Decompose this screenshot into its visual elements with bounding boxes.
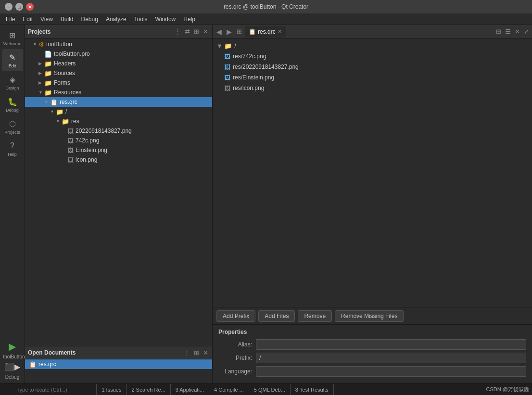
tab-back-button[interactable]: ◀ bbox=[215, 28, 224, 36]
file-icon: 📄 bbox=[44, 51, 52, 58]
res-root-label: / bbox=[234, 42, 236, 49]
tree-item-toolbutton[interactable]: ▼ ⚙ toolButton bbox=[25, 39, 212, 49]
menu-edit[interactable]: Edit bbox=[19, 15, 37, 24]
tree-item-sources[interactable]: ▶ 📁 Sources bbox=[25, 68, 212, 78]
png3-icon: 🖼 bbox=[67, 147, 74, 154]
res-742c-icon: 🖼 bbox=[224, 53, 230, 60]
tree-item-toolbuttonpro[interactable]: 📄 toolButton.pro bbox=[25, 49, 212, 59]
locate-input[interactable] bbox=[16, 387, 93, 393]
status-lock-icon[interactable]: ≡ bbox=[3, 387, 13, 393]
projects-filter-icon[interactable]: ⋮ bbox=[174, 28, 182, 35]
arrow-slash: ▼ bbox=[50, 109, 56, 114]
language-input[interactable] bbox=[256, 366, 526, 377]
remove-missing-files-button[interactable]: Remove Missing Files bbox=[335, 310, 404, 322]
open-doc-resqrc[interactable]: 📋 res.qrc bbox=[25, 359, 212, 369]
remove-button[interactable]: Remove bbox=[298, 310, 332, 322]
menu-window[interactable]: Window bbox=[152, 15, 180, 24]
tree-item-forms[interactable]: ▶ 📁 Forms bbox=[25, 78, 212, 88]
help-label: Help bbox=[8, 152, 17, 157]
tab-close-button[interactable]: ✕ bbox=[278, 28, 282, 35]
sidebar-item-edit[interactable]: ✎ Edit bbox=[2, 49, 23, 71]
tab-resqrc-icon: 📋 bbox=[249, 28, 256, 35]
projects-split-icon[interactable]: ⊞ bbox=[193, 28, 200, 35]
tab-history-icon[interactable]: ⊞ bbox=[235, 28, 244, 35]
tab-close-all-icon[interactable]: ✕ bbox=[514, 28, 521, 35]
status-search[interactable]: 2 Search Re... bbox=[127, 384, 170, 395]
help-icon: ? bbox=[7, 140, 18, 151]
menu-build[interactable]: Build bbox=[57, 15, 77, 24]
sidebar-item-design[interactable]: ◈ Design bbox=[2, 71, 23, 93]
menu-debug[interactable]: Debug bbox=[77, 15, 102, 24]
maximize-button[interactable]: □ bbox=[15, 3, 23, 11]
projects-close-icon[interactable]: ✕ bbox=[202, 28, 209, 35]
menu-bar: File Edit View Build Debug Analyze Tools… bbox=[0, 13, 532, 25]
res-item-742c[interactable]: 🖼 res/742c.png bbox=[213, 51, 532, 62]
tab-resqrc-label: res.qrc bbox=[258, 28, 276, 35]
tab-settings-icon[interactable]: ☰ bbox=[504, 28, 512, 35]
close-button[interactable]: ✕ bbox=[26, 3, 34, 11]
menu-analyze[interactable]: Analyze bbox=[102, 15, 130, 24]
res-item-einstein[interactable]: 🖼 res/Einstein.png bbox=[213, 72, 532, 83]
language-row: Language: bbox=[218, 366, 526, 377]
editor-content: ▼ 📁 / 🖼 res/742c.png 🖼 res/2022091814382… bbox=[213, 38, 532, 383]
minimize-button[interactable]: – bbox=[5, 3, 13, 11]
add-files-button[interactable]: Add Files bbox=[258, 310, 295, 322]
editor-tab-bar: ◀ ▶ ⊞ 📋 res.qrc ✕ ⊟ ☰ ✕ ⤢ bbox=[213, 25, 532, 38]
debug-sublabel: Debug bbox=[5, 374, 19, 380]
tree-item-png4[interactable]: 🖼 icon.png bbox=[25, 155, 212, 165]
projects-title: Projects bbox=[28, 28, 51, 35]
slash-folder-icon: 📁 bbox=[56, 108, 63, 115]
status-application[interactable]: 3 Applicati... bbox=[171, 384, 209, 395]
add-prefix-button[interactable]: Add Prefix bbox=[216, 310, 255, 322]
tree-item-slash[interactable]: ▼ 📁 / bbox=[25, 107, 212, 116]
tree-item-png2[interactable]: 🖼 742c.png bbox=[25, 136, 212, 145]
sources-folder-icon: 📁 bbox=[44, 70, 52, 77]
sidebar-item-help[interactable]: ? Help bbox=[2, 138, 23, 160]
menu-view[interactable]: View bbox=[37, 15, 57, 24]
menu-file[interactable]: File bbox=[2, 15, 19, 24]
sidebar-item-welcome[interactable]: ⊞ Welcome bbox=[2, 27, 23, 49]
alias-input[interactable] bbox=[256, 339, 526, 350]
sidebar-item-projects[interactable]: ⬡ Projects bbox=[2, 115, 23, 138]
status-compile[interactable]: 4 Compile ... bbox=[209, 384, 249, 395]
tab-split-icon[interactable]: ⊟ bbox=[495, 28, 502, 35]
open-docs-header: Open Documents ⋮ ⊞ ✕ bbox=[25, 346, 212, 359]
projects-label: Projects bbox=[4, 130, 20, 135]
run-button[interactable]: ▶ bbox=[7, 339, 18, 354]
tree-item-res[interactable]: ▼ 📁 res bbox=[25, 116, 212, 126]
res-einstein-icon: 🖼 bbox=[224, 74, 230, 81]
tree-item-resqrc[interactable]: ▼ 📋 res.qrc bbox=[25, 97, 212, 107]
prefix-input[interactable] bbox=[256, 353, 526, 363]
welcome-label: Welcome bbox=[3, 41, 21, 46]
status-issues[interactable]: 1 Issues bbox=[97, 384, 127, 395]
menu-help[interactable]: Help bbox=[179, 15, 199, 24]
tree-item-png3[interactable]: 🖼 Einstein.png bbox=[25, 145, 212, 155]
resqrc-icon: 📋 bbox=[50, 99, 58, 106]
tree-label-slash: / bbox=[65, 108, 67, 115]
status-qml-debug[interactable]: 5 QML Deb... bbox=[249, 384, 291, 395]
tree-label-png2: 742c.png bbox=[76, 137, 99, 144]
debug-step-button[interactable]: ⬛▶ bbox=[3, 360, 22, 373]
open-docs-split-icon[interactable]: ⊞ bbox=[193, 349, 200, 357]
tree-item-resources[interactable]: ▼ 📁 Resources bbox=[25, 88, 212, 97]
open-docs-close-icon[interactable]: ✕ bbox=[202, 349, 209, 357]
menu-tools[interactable]: Tools bbox=[130, 15, 152, 24]
sidebar-item-debug[interactable]: 🐛 Debug bbox=[2, 93, 23, 115]
projects-panel-header: Projects ⋮ ⇄ ⊞ ✕ bbox=[25, 25, 212, 38]
prefix-row: Prefix: bbox=[218, 353, 526, 363]
res-item-icon[interactable]: 🖼 res/icon.png bbox=[213, 83, 532, 93]
tab-forward-button[interactable]: ▶ bbox=[225, 28, 234, 36]
res-item-20220918[interactable]: 🖼 res/20220918143827.png bbox=[213, 62, 532, 72]
tree-label-toolbuttonpro: toolButton.pro bbox=[54, 51, 90, 57]
open-doc-icon: 📋 bbox=[29, 361, 37, 368]
tree-label-headers: Headers bbox=[54, 60, 76, 67]
tab-float-icon[interactable]: ⤢ bbox=[523, 28, 530, 35]
tree-item-headers[interactable]: ▶ 📁 Headers bbox=[25, 59, 212, 68]
arrow-headers: ▶ bbox=[38, 61, 44, 66]
projects-sync-icon[interactable]: ⇄ bbox=[184, 28, 191, 35]
status-test-results[interactable]: 8 Test Results bbox=[291, 384, 334, 395]
tab-resqrc[interactable]: 📋 res.qrc ✕ bbox=[245, 26, 286, 38]
res-item-root[interactable]: ▼ 📁 / bbox=[213, 40, 532, 51]
tree-item-png1[interactable]: 🖼 20220918143827.png bbox=[25, 126, 212, 136]
open-docs-sort-icon[interactable]: ⋮ bbox=[183, 349, 191, 357]
